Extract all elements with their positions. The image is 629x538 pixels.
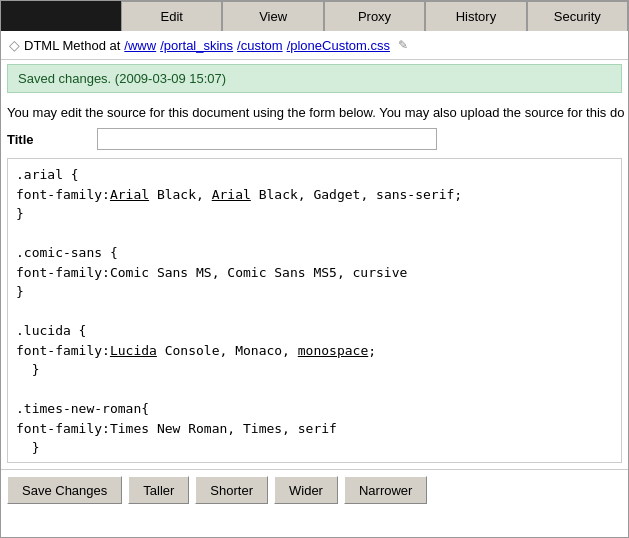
success-message: Saved changes. (2009-03-09 15:07) [7,64,622,93]
breadcrumb-link-portal-skins[interactable]: /portal_skins [160,38,233,53]
breadcrumb-link-www[interactable]: /www [124,38,156,53]
code-editor[interactable]: .arial { font-family:Arial Black, Arial … [7,158,622,463]
title-input[interactable] [97,128,437,150]
edit-icon[interactable]: ✎ [398,38,408,52]
nav-tabs: Edit View Proxy History Security [121,1,628,31]
tab-edit[interactable]: Edit [121,1,222,31]
tab-history[interactable]: History [425,1,526,31]
dtml-icon: ◇ [9,37,20,53]
taller-button[interactable]: Taller [128,476,189,504]
save-button[interactable]: Save Changes [7,476,122,504]
breadcrumb-link-custom[interactable]: /custom [237,38,283,53]
page-description: You may edit the source for this documen… [1,97,628,124]
narrower-button[interactable]: Narrower [344,476,427,504]
title-row: Title [1,124,628,154]
tab-proxy[interactable]: Proxy [324,1,425,31]
shorter-button[interactable]: Shorter [195,476,268,504]
tab-view[interactable]: View [222,1,323,31]
breadcrumb-prefix: DTML Method at [24,38,120,53]
nav-left-space [1,1,121,31]
bottom-toolbar: Save Changes Taller Shorter Wider Narrow… [1,469,628,510]
top-nav: Edit View Proxy History Security [1,1,628,31]
wider-button[interactable]: Wider [274,476,338,504]
breadcrumb: ◇ DTML Method at /www/portal_skins/custo… [1,31,628,60]
tab-security[interactable]: Security [527,1,628,31]
breadcrumb-link-file[interactable]: /ploneCustom.css [287,38,390,53]
title-label: Title [7,132,97,147]
